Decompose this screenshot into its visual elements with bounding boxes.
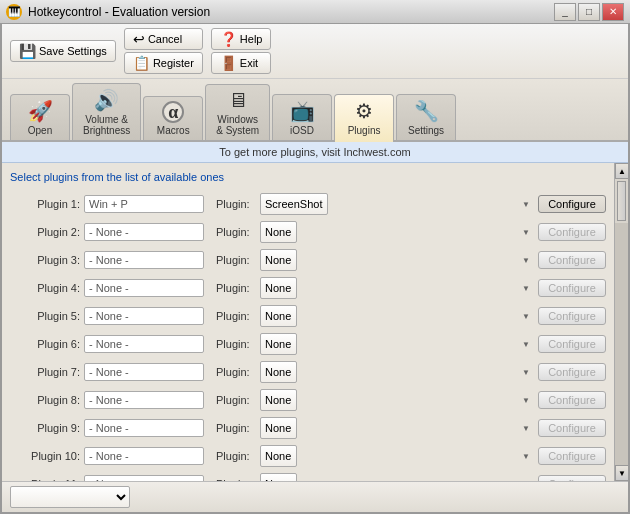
nav-tabs: 🚀 Open 🔊 Volume &Brightness α Macros 🖥 W… xyxy=(2,79,628,142)
title-bar-controls: _ □ ✕ xyxy=(554,3,624,21)
plugin-num-label: Plugin 4: xyxy=(10,282,80,294)
tab-windows[interactable]: 🖥 Windows& System xyxy=(205,84,270,140)
plugin-label: Plugin: xyxy=(216,366,256,378)
plugin-select-wrapper: None xyxy=(260,389,534,411)
profile-dropdown[interactable] xyxy=(10,486,130,508)
tab-iosd[interactable]: 📺 iOSD xyxy=(272,94,332,140)
plugin-row: Plugin 11: Plugin: None Configure xyxy=(10,471,606,481)
configure-button[interactable]: Configure xyxy=(538,419,606,437)
tab-settings[interactable]: 🔧 Settings xyxy=(396,94,456,140)
plugin-select-wrapper: ScreenShot xyxy=(260,193,534,215)
hotkey-input[interactable] xyxy=(84,335,204,353)
settings-icon: 🔧 xyxy=(414,99,439,123)
hotkey-input[interactable] xyxy=(84,363,204,381)
hotkey-input[interactable] xyxy=(84,195,204,213)
hotkey-input[interactable] xyxy=(84,251,204,269)
maximize-button[interactable]: □ xyxy=(578,3,600,21)
minimize-button[interactable]: _ xyxy=(554,3,576,21)
toolbar: 💾 Save Settings ↩ Cancel 📋 Register ❓ He… xyxy=(2,24,628,79)
plugin-select[interactable]: None xyxy=(260,333,297,355)
close-button[interactable]: ✕ xyxy=(602,3,624,21)
plugin-row: Plugin 7: Plugin: None Configure xyxy=(10,359,606,385)
plugin-select[interactable]: None xyxy=(260,221,297,243)
plugin-select-wrapper: None xyxy=(260,277,534,299)
bottom-bar xyxy=(2,481,628,512)
plugin-label: Plugin: xyxy=(216,226,256,238)
tab-plugins[interactable]: ⚙ Plugins xyxy=(334,94,394,142)
scroll-track xyxy=(615,223,628,465)
configure-button[interactable]: Configure xyxy=(538,223,606,241)
scroll-up-button[interactable]: ▲ xyxy=(615,163,628,179)
save-settings-button[interactable]: 💾 Save Settings xyxy=(10,40,116,62)
plugin-num-label: Plugin 9: xyxy=(10,422,80,434)
plugin-select[interactable]: None xyxy=(260,305,297,327)
configure-button[interactable]: Configure xyxy=(538,195,606,213)
tab-volume[interactable]: 🔊 Volume &Brightness xyxy=(72,83,141,140)
register-icon: 📋 xyxy=(133,55,150,71)
info-bar: To get more plugins, visit Inchwest.com xyxy=(2,142,628,163)
plugin-grid: Plugin 1: Plugin: ScreenShot Configure P… xyxy=(10,191,606,481)
plugin-num-label: Plugin 3: xyxy=(10,254,80,266)
register-button[interactable]: 📋 Register xyxy=(124,52,203,74)
plugin-row: Plugin 10: Plugin: None Configure xyxy=(10,443,606,469)
plugin-select[interactable]: None xyxy=(260,249,297,271)
cancel-button[interactable]: ↩ Cancel xyxy=(124,28,203,50)
scroll-down-button[interactable]: ▼ xyxy=(615,465,628,481)
plugin-label: Plugin: xyxy=(216,450,256,462)
hotkey-input[interactable] xyxy=(84,391,204,409)
help-button[interactable]: ❓ Help xyxy=(211,28,272,50)
scrollbar[interactable]: ▲ ▼ xyxy=(614,163,628,481)
plugin-row: Plugin 9: Plugin: None Configure xyxy=(10,415,606,441)
configure-button[interactable]: Configure xyxy=(538,251,606,269)
hotkey-input[interactable] xyxy=(84,447,204,465)
hotkey-input[interactable] xyxy=(84,419,204,437)
plugin-label: Plugin: xyxy=(216,394,256,406)
plugin-row: Plugin 4: Plugin: None Configure xyxy=(10,275,606,301)
plugin-select-wrapper: None xyxy=(260,473,534,481)
macros-icon: α xyxy=(162,101,184,123)
plugin-select[interactable]: None xyxy=(260,361,297,383)
plugin-label: Plugin: xyxy=(216,310,256,322)
tab-macros[interactable]: α Macros xyxy=(143,96,203,140)
plugin-select[interactable]: None xyxy=(260,445,297,467)
plugin-label: Plugin: xyxy=(216,282,256,294)
plugin-num-label: Plugin 2: xyxy=(10,226,80,238)
plugin-select[interactable]: ScreenShot xyxy=(260,193,328,215)
plugins-icon: ⚙ xyxy=(355,99,373,123)
configure-button[interactable]: Configure xyxy=(538,447,606,465)
hotkey-input[interactable] xyxy=(84,223,204,241)
plugin-select[interactable]: None xyxy=(260,417,297,439)
plugin-row: Plugin 3: Plugin: None Configure xyxy=(10,247,606,273)
plugin-num-label: Plugin 7: xyxy=(10,366,80,378)
plugin-row: Plugin 5: Plugin: None Configure xyxy=(10,303,606,329)
plugin-select[interactable]: None xyxy=(260,277,297,299)
plugin-row: Plugin 6: Plugin: None Configure xyxy=(10,331,606,357)
plugin-label: Plugin: xyxy=(216,422,256,434)
plugin-num-label: Plugin 6: xyxy=(10,338,80,350)
configure-button[interactable]: Configure xyxy=(538,307,606,325)
tab-open[interactable]: 🚀 Open xyxy=(10,94,70,140)
plugin-select-wrapper: None xyxy=(260,445,534,467)
configure-button[interactable]: Configure xyxy=(538,363,606,381)
hotkey-input[interactable] xyxy=(84,307,204,325)
cancel-icon: ↩ xyxy=(133,31,145,47)
plugins-panel: Select plugins from the list of availabl… xyxy=(2,163,614,481)
plugin-select-wrapper: None xyxy=(260,249,534,271)
configure-button[interactable]: Configure xyxy=(538,391,606,409)
content-area: Select plugins from the list of availabl… xyxy=(2,163,628,481)
help-icon: ❓ xyxy=(220,31,237,47)
exit-button[interactable]: 🚪 Exit xyxy=(211,52,272,74)
plugin-num-label: Plugin 8: xyxy=(10,394,80,406)
configure-button[interactable]: Configure xyxy=(538,335,606,353)
iosd-icon: 📺 xyxy=(290,99,315,123)
plugin-select[interactable]: None xyxy=(260,389,297,411)
title-bar-left: 🎹 Hotkeycontrol - Evaluation version xyxy=(6,4,210,20)
hotkey-input[interactable] xyxy=(84,279,204,297)
scroll-thumb[interactable] xyxy=(617,181,626,221)
plugin-label: Plugin: xyxy=(216,198,256,210)
plugin-select-wrapper: None xyxy=(260,305,534,327)
plugin-label: Plugin: xyxy=(216,254,256,266)
configure-button[interactable]: Configure xyxy=(538,279,606,297)
plugin-select[interactable]: None xyxy=(260,473,297,481)
open-icon: 🚀 xyxy=(28,99,53,123)
